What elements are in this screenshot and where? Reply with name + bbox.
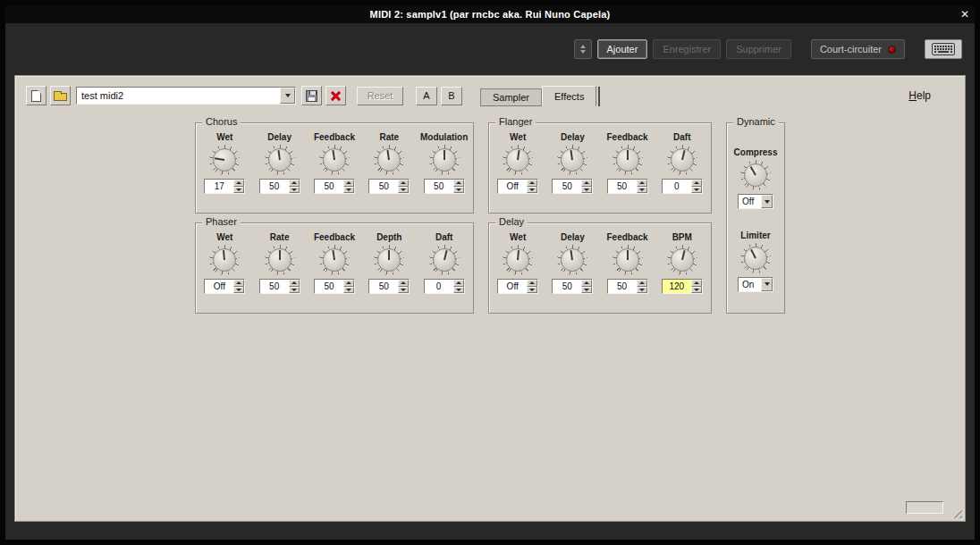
spin-up-icon[interactable] bbox=[691, 280, 702, 287]
b-button[interactable]: B bbox=[441, 87, 462, 105]
delay-delay-knob[interactable] bbox=[557, 245, 587, 275]
reset-button[interactable]: Reset bbox=[357, 87, 403, 105]
help-link[interactable]: Help bbox=[908, 89, 931, 102]
phaser-daft-knob[interactable] bbox=[429, 245, 460, 275]
spin-up-icon[interactable] bbox=[343, 280, 354, 287]
phaser-daft-spinbox[interactable]: 0 bbox=[424, 279, 465, 294]
dynamic-limiter-combobox[interactable]: On bbox=[738, 277, 773, 292]
resize-grip[interactable] bbox=[950, 507, 962, 518]
spin-down-icon[interactable] bbox=[581, 287, 592, 294]
delay-wet-knob[interactable] bbox=[503, 245, 533, 275]
chorus-feedback-spinbox[interactable]: 50 bbox=[314, 179, 355, 194]
spin-down-icon[interactable] bbox=[398, 287, 409, 294]
close-icon[interactable]: ✕ bbox=[957, 6, 973, 21]
spin-down-icon[interactable] bbox=[691, 187, 702, 194]
delay-bpm-knob[interactable] bbox=[667, 245, 697, 275]
spin-down-icon[interactable] bbox=[453, 287, 464, 294]
spin-down-icon[interactable] bbox=[527, 187, 537, 194]
spin-up-icon[interactable] bbox=[233, 280, 244, 287]
spin-up-icon[interactable] bbox=[527, 280, 537, 287]
chorus-wet-spinbox[interactable]: 17 bbox=[204, 179, 245, 194]
spin-down-icon[interactable] bbox=[581, 187, 592, 194]
spin-down-icon[interactable] bbox=[233, 287, 244, 294]
spin-down-icon[interactable] bbox=[527, 287, 537, 294]
chorus-delay-knob[interactable] bbox=[265, 145, 295, 175]
chorus-delay-spinbox[interactable]: 50 bbox=[259, 179, 300, 194]
a-button[interactable]: A bbox=[416, 87, 437, 105]
chevron-down-icon[interactable] bbox=[761, 278, 773, 291]
chevron-down-icon[interactable] bbox=[761, 195, 773, 208]
phaser-wet-knob[interactable] bbox=[209, 245, 240, 275]
phaser-depth-knob[interactable] bbox=[374, 245, 404, 275]
spin-down-icon[interactable] bbox=[343, 287, 354, 294]
spin-down-icon[interactable] bbox=[637, 187, 647, 194]
new-preset-button[interactable] bbox=[26, 86, 46, 105]
delay-feedback-spinbox[interactable]: 50 bbox=[607, 279, 648, 294]
delay-delay-spinbox[interactable]: 50 bbox=[552, 279, 593, 294]
spin-down-icon[interactable] bbox=[637, 287, 647, 294]
flanger-daft-spinbox[interactable]: 0 bbox=[662, 179, 703, 194]
flanger-daft-knob[interactable] bbox=[667, 145, 697, 175]
phaser-rate-spinbox[interactable]: 50 bbox=[259, 279, 300, 294]
virtual-keyboard-button[interactable] bbox=[925, 39, 962, 59]
spin-up-icon[interactable] bbox=[289, 280, 300, 287]
phaser-feedback-spinbox[interactable]: 50 bbox=[314, 279, 355, 294]
flanger-delay-knob[interactable] bbox=[557, 145, 587, 175]
delay-wet-spinbox[interactable]: Off bbox=[497, 279, 538, 294]
delete-preset-button[interactable] bbox=[325, 86, 346, 105]
preset-combobox[interactable]: test midi2 bbox=[76, 87, 296, 105]
chorus-rate-spinbox[interactable]: 50 bbox=[368, 179, 410, 194]
flanger-wet-spinbox[interactable]: Off bbox=[497, 179, 538, 194]
phaser-rate-knob[interactable] bbox=[265, 245, 295, 275]
flanger-feedback-knob[interactable] bbox=[612, 145, 643, 175]
spin-up-icon[interactable] bbox=[398, 280, 409, 287]
dynamic-compress-knob[interactable] bbox=[740, 160, 771, 190]
spin-down-icon[interactable] bbox=[343, 187, 354, 194]
spin-up-icon[interactable] bbox=[581, 180, 592, 187]
spin-down-icon[interactable] bbox=[398, 187, 409, 194]
save-preset-button[interactable] bbox=[301, 86, 322, 105]
chorus-wet-knob[interactable] bbox=[209, 145, 240, 175]
flanger-delay-spinbox[interactable]: 50 bbox=[552, 179, 593, 194]
spin-up-icon[interactable] bbox=[527, 180, 537, 187]
remove-button[interactable]: Supprimer bbox=[726, 39, 791, 59]
delay-bpm-spinbox[interactable]: 120 bbox=[662, 279, 703, 294]
spin-up-icon[interactable] bbox=[691, 180, 702, 187]
open-preset-button[interactable] bbox=[50, 86, 71, 105]
spin-down-icon[interactable] bbox=[289, 287, 300, 294]
dynamic-compress-combobox[interactable]: Off bbox=[738, 194, 773, 209]
chorus-modulation-knob[interactable] bbox=[429, 145, 460, 175]
add-button[interactable]: Ajouter bbox=[597, 39, 648, 59]
chorus-modulation-spinbox[interactable]: 50 bbox=[424, 179, 465, 194]
chorus-feedback-knob[interactable] bbox=[319, 145, 350, 175]
spin-up-icon[interactable] bbox=[233, 180, 244, 187]
phaser-wet-spinbox[interactable]: Off bbox=[204, 279, 245, 294]
spin-up-icon[interactable] bbox=[453, 280, 464, 287]
spin-down-icon[interactable] bbox=[453, 187, 464, 194]
bypass-button[interactable]: Court-circuiter bbox=[811, 39, 905, 59]
step-down-icon[interactable] bbox=[580, 50, 586, 54]
step-up-icon[interactable] bbox=[580, 45, 586, 48]
spin-up-icon[interactable] bbox=[581, 280, 592, 287]
spin-up-icon[interactable] bbox=[453, 180, 464, 187]
delay-feedback-knob[interactable] bbox=[612, 245, 643, 275]
spin-up-icon[interactable] bbox=[637, 280, 647, 287]
spin-down-icon[interactable] bbox=[289, 187, 300, 194]
phaser-feedback-knob[interactable] bbox=[319, 245, 350, 275]
spin-down-icon[interactable] bbox=[691, 287, 702, 294]
flanger-feedback-spinbox[interactable]: 50 bbox=[607, 179, 648, 194]
tab-effects[interactable]: Effects bbox=[542, 86, 596, 106]
spin-down-icon[interactable] bbox=[233, 187, 244, 194]
preset-stepper[interactable] bbox=[574, 39, 592, 59]
tab-sampler[interactable]: Sampler bbox=[480, 88, 542, 106]
dynamic-limiter-knob[interactable] bbox=[740, 243, 771, 273]
spin-up-icon[interactable] bbox=[343, 180, 354, 187]
phaser-depth-spinbox[interactable]: 50 bbox=[368, 279, 410, 294]
record-button[interactable]: Enregistrer bbox=[653, 39, 721, 59]
title-bar[interactable]: MIDI 2: samplv1 (par rncbc aka. Rui Nuno… bbox=[5, 5, 975, 23]
spin-up-icon[interactable] bbox=[398, 180, 409, 187]
flanger-wet-knob[interactable] bbox=[503, 145, 533, 175]
spin-up-icon[interactable] bbox=[637, 180, 647, 187]
chorus-rate-knob[interactable] bbox=[374, 145, 404, 175]
spin-up-icon[interactable] bbox=[289, 180, 300, 187]
